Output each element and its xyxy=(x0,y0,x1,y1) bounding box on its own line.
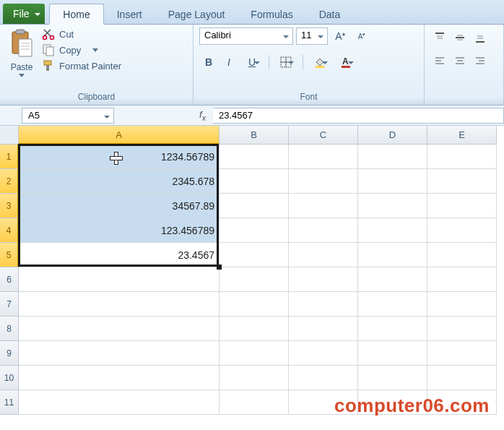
cell-E9[interactable] xyxy=(427,341,497,366)
cell-C3[interactable] xyxy=(289,194,358,218)
row-header-3[interactable]: 3 xyxy=(0,194,19,218)
underline-button[interactable]: U xyxy=(240,53,264,71)
cell-A6[interactable] xyxy=(19,267,220,292)
cell-D6[interactable] xyxy=(358,267,427,292)
col-header-C[interactable]: C xyxy=(289,126,358,145)
cell-B5[interactable] xyxy=(220,243,289,267)
cell-A7[interactable] xyxy=(19,292,220,317)
cell-A8[interactable] xyxy=(19,317,220,341)
cell-B6[interactable] xyxy=(220,267,289,292)
cell-D5[interactable] xyxy=(358,243,427,267)
col-header-D[interactable]: D xyxy=(358,126,427,145)
format-painter-button[interactable]: Format Painter xyxy=(42,59,121,72)
font-size-select[interactable]: 11 xyxy=(296,27,328,45)
cell-C1[interactable] xyxy=(289,145,358,169)
align-left-button[interactable] xyxy=(430,52,449,69)
tab-home[interactable]: Home xyxy=(49,4,103,25)
cell-C9[interactable] xyxy=(289,341,358,366)
tab-data[interactable]: Data xyxy=(306,4,354,24)
fill-color-button[interactable] xyxy=(308,53,332,71)
cell-D10[interactable] xyxy=(358,366,427,390)
fill-handle[interactable] xyxy=(217,265,222,270)
col-header-A[interactable]: A xyxy=(19,126,220,145)
cell-B4[interactable] xyxy=(220,218,289,243)
cell-B11[interactable] xyxy=(220,390,289,415)
cell-B1[interactable] xyxy=(220,145,289,169)
shrink-font-button[interactable]: A▾ xyxy=(352,27,371,45)
grow-font-button[interactable]: A▴ xyxy=(331,27,349,45)
cell-A3[interactable]: 34567.89 xyxy=(19,194,220,218)
copy-button[interactable]: Copy xyxy=(42,43,121,56)
cell-B7[interactable] xyxy=(220,292,289,317)
tab-file[interactable]: File xyxy=(3,4,45,24)
cell-A11[interactable] xyxy=(19,390,220,415)
row-header-10[interactable]: 10 xyxy=(0,366,19,390)
cell-B3[interactable] xyxy=(220,194,289,218)
italic-button[interactable]: I xyxy=(220,53,238,71)
cell-B9[interactable] xyxy=(220,341,289,366)
row-header-8[interactable]: 8 xyxy=(0,317,19,341)
tab-formulas[interactable]: Formulas xyxy=(238,4,305,24)
col-header-B[interactable]: B xyxy=(220,126,289,145)
cell-A2[interactable]: 2345.678 xyxy=(19,169,220,194)
row-header-5[interactable]: 5 xyxy=(0,243,19,267)
align-middle-button[interactable] xyxy=(451,29,469,46)
cell-C2[interactable] xyxy=(289,169,358,194)
fx-icon[interactable]: fx xyxy=(199,109,206,122)
select-all-button[interactable] xyxy=(0,126,19,145)
align-right-button[interactable] xyxy=(471,52,490,69)
align-top-button[interactable] xyxy=(430,29,449,46)
cell-B8[interactable] xyxy=(220,317,289,341)
cell-D3[interactable] xyxy=(358,194,427,218)
name-box[interactable]: A5 xyxy=(22,108,114,124)
cell-D7[interactable] xyxy=(358,292,427,317)
row-header-1[interactable]: 1 xyxy=(0,145,19,169)
cell-E6[interactable] xyxy=(427,267,497,292)
paste-button[interactable]: Paste xyxy=(6,27,38,79)
cell-A5[interactable]: 23.4567 xyxy=(19,243,220,267)
row-header-11[interactable]: 11 xyxy=(0,390,19,415)
borders-button[interactable] xyxy=(274,53,298,71)
cell-C8[interactable] xyxy=(289,317,358,341)
formula-input[interactable]: 23.4567 xyxy=(213,108,504,124)
cell-B2[interactable] xyxy=(220,169,289,194)
cell-D4[interactable] xyxy=(358,218,427,243)
cell-C7[interactable] xyxy=(289,292,358,317)
cell-E3[interactable] xyxy=(427,194,497,218)
col-header-E[interactable]: E xyxy=(427,126,497,145)
cell-A1[interactable]: 1234.56789 xyxy=(19,145,220,169)
row-header-4[interactable]: 4 xyxy=(0,218,19,243)
cell-C4[interactable] xyxy=(289,218,358,243)
cell-C6[interactable] xyxy=(289,267,358,292)
cell-B10[interactable] xyxy=(220,366,289,390)
cell-E5[interactable] xyxy=(427,243,497,267)
cell-C10[interactable] xyxy=(289,366,358,390)
cell-A4[interactable]: 123.456789 xyxy=(19,218,220,243)
tab-page-layout[interactable]: Page Layout xyxy=(155,4,238,24)
cells-area[interactable]: 1234.567892345.67834567.89123.45678923.4… xyxy=(19,145,497,415)
cell-A9[interactable] xyxy=(19,341,220,366)
row-header-2[interactable]: 2 xyxy=(0,169,19,194)
font-name-select[interactable]: Calibri xyxy=(199,27,293,45)
cell-D1[interactable] xyxy=(358,145,427,169)
cell-E4[interactable] xyxy=(427,218,497,243)
cut-button[interactable]: Cut xyxy=(42,27,121,40)
tab-insert[interactable]: Insert xyxy=(104,4,155,24)
cell-D8[interactable] xyxy=(358,317,427,341)
row-header-9[interactable]: 9 xyxy=(0,341,19,366)
row-header-6[interactable]: 6 xyxy=(0,267,19,292)
cell-D2[interactable] xyxy=(358,169,427,194)
cell-E1[interactable] xyxy=(427,145,497,169)
cell-D9[interactable] xyxy=(358,341,427,366)
bold-button[interactable]: B xyxy=(199,53,218,71)
font-color-button[interactable]: A xyxy=(334,53,358,71)
align-bottom-button[interactable] xyxy=(471,29,490,46)
cell-E8[interactable] xyxy=(427,317,497,341)
align-center-button[interactable] xyxy=(451,52,469,69)
cell-E7[interactable] xyxy=(427,292,497,317)
row-header-7[interactable]: 7 xyxy=(0,292,19,317)
cell-A10[interactable] xyxy=(19,366,220,390)
cell-E2[interactable] xyxy=(427,169,497,194)
cell-E10[interactable] xyxy=(427,366,497,390)
cell-C5[interactable] xyxy=(289,243,358,267)
